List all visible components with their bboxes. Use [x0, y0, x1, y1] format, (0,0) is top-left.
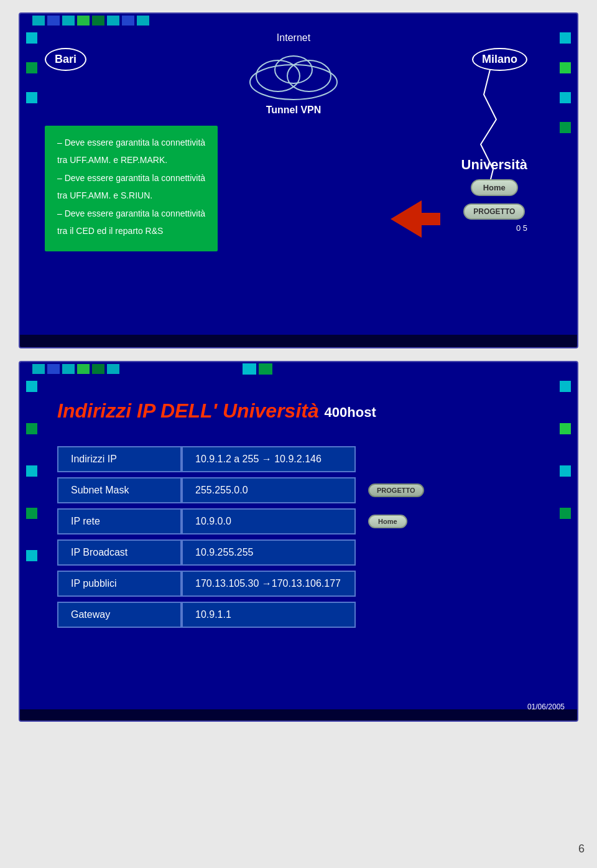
deco-sq [32, 16, 45, 26]
table-row: IP rete 10.9.0.0 Home [57, 508, 540, 534]
slide-top: Bari Internet Tunnel VPN Milano – Deve e… [19, 12, 578, 348]
ip-table: Indirizzi IP 10.9.1.2 a 255 → 10.9.2.146… [57, 441, 540, 633]
extra-ip-pubblici [356, 571, 540, 597]
slide-title: Indirizzi IP DELL' Università 400host [32, 375, 565, 435]
right-deco-2 [560, 381, 571, 519]
milano-label: Milano [472, 48, 527, 71]
text-block: – Deve essere garantita la connettività … [45, 126, 218, 251]
slide1-numbers: 0 5 [461, 223, 527, 233]
deco-sq [560, 32, 571, 44]
deco-sq [560, 423, 571, 434]
bottom-deco [20, 335, 577, 347]
deco-sq [77, 364, 90, 374]
universita-box: Università Home PROGETTO 0 5 [461, 157, 527, 233]
deco-sq [26, 508, 37, 519]
deco-sq [26, 32, 37, 44]
center-deco [243, 362, 272, 376]
extra-ip-rete: Home [356, 508, 540, 534]
svg-marker-4 [391, 200, 440, 238]
deco-sq [26, 381, 37, 392]
svg-point-0 [250, 65, 337, 100]
right-deco [560, 32, 571, 133]
label-indirizzi-ip: Indirizzi IP [57, 446, 182, 472]
universita-label: Università [461, 157, 527, 173]
table-row: IP pubblici 170.13.105.30 →170.13.106.17… [57, 571, 540, 597]
deco-sq [92, 16, 104, 26]
arrow-icon [391, 200, 440, 238]
deco-sq [26, 62, 37, 73]
bottom-deco-2 [20, 709, 577, 721]
value-subnet-mask: 255.255.0.0 [182, 477, 356, 503]
label-subnet-mask: Subnet Mask [57, 477, 182, 503]
red-arrow [391, 200, 440, 240]
extra-ip-broadcast [356, 539, 540, 566]
svg-point-2 [287, 60, 331, 91]
deco-sq [107, 364, 119, 374]
text-line-5: – Deve essere garantita la connettività [57, 207, 205, 220]
label-ip-pubblici: IP pubblici [57, 571, 182, 597]
deco-sq [26, 550, 37, 561]
deco-sq [26, 465, 37, 477]
deco-sq [47, 16, 60, 26]
text-line-1: – Deve essere garantita la connettività [57, 136, 205, 149]
label-ip-rete: IP rete [57, 508, 182, 534]
left-deco-2 [26, 381, 37, 561]
value-indirizzi-ip: 10.9.1.2 a 255 → 10.9.2.146 [182, 446, 356, 472]
deco-sq [560, 508, 571, 519]
text-line-3: – Deve essere garantita la connettività [57, 171, 205, 185]
deco-sq [92, 364, 104, 374]
deco-sq [47, 364, 60, 374]
deco-sq [560, 92, 571, 103]
title-main: Indirizzi IP DELL' Università [57, 399, 319, 422]
deco-sq [122, 16, 134, 26]
deco-sq [560, 122, 571, 133]
left-deco [26, 32, 37, 103]
text-line-6: tra il CED ed il reparto R&S [57, 224, 205, 238]
tunnel-label: Tunnel VPN [244, 105, 343, 116]
text-line-2: tra UFF.AMM. e REP.MARK. [57, 153, 205, 167]
deco-sq [26, 92, 37, 103]
deco-sq [107, 16, 119, 26]
extra-gateway [356, 602, 540, 628]
internet-label: Internet [244, 32, 343, 44]
deco-sq [560, 62, 571, 73]
extra-indirizzi-ip [356, 446, 540, 472]
value-ip-broadcast: 10.9.255.255 [182, 539, 356, 566]
cloud-icon [244, 45, 343, 101]
deco-sq [26, 423, 37, 434]
value-ip-pubblici: 170.13.105.30 →170.13.106.177 [182, 571, 356, 597]
page-number: 6 [578, 842, 585, 856]
table-row: Subnet Mask 255.255.0.0 PROGETTO [57, 477, 540, 503]
table-row: Gateway 10.9.1.1 [57, 602, 540, 628]
label-ip-broadcast: IP Broadcast [57, 539, 182, 566]
value-ip-rete: 10.9.0.0 [182, 508, 356, 534]
milano-node: Milano [472, 48, 527, 71]
top-deco-row-2 [20, 362, 577, 376]
progetto-button-2[interactable]: PROGETTO [368, 483, 424, 497]
deco-sq [77, 16, 90, 26]
deco-sq [62, 16, 75, 26]
internet-area: Internet Tunnel VPN [244, 32, 343, 116]
top-deco-row [20, 14, 577, 27]
slide-bottom: Indirizzi IP DELL' Università 400host In… [19, 361, 578, 722]
value-gateway: 10.9.1.1 [182, 602, 356, 628]
bari-node: Bari [45, 48, 86, 71]
table-row: Indirizzi IP 10.9.1.2 a 255 → 10.9.2.146 [57, 446, 540, 472]
home-button[interactable]: Home [471, 179, 518, 196]
text-line-4: tra UFF.AMM. e S.RIUN. [57, 189, 205, 202]
label-gateway: Gateway [57, 602, 182, 628]
deco-sq [32, 364, 45, 374]
deco-sq [259, 363, 272, 375]
deco-sq [62, 364, 75, 374]
progetto-button[interactable]: PROGETTO [463, 203, 525, 220]
bari-label: Bari [45, 48, 86, 71]
title-suffix: 400host [325, 404, 376, 420]
home-button-2[interactable]: Home [368, 515, 407, 528]
deco-sq [137, 16, 149, 26]
extra-subnet-mask: PROGETTO [356, 477, 540, 503]
deco-sq [560, 465, 571, 477]
table-row: IP Broadcast 10.9.255.255 [57, 539, 540, 566]
svg-point-3 [275, 56, 312, 83]
deco-sq [243, 363, 256, 375]
deco-sq [560, 381, 571, 392]
